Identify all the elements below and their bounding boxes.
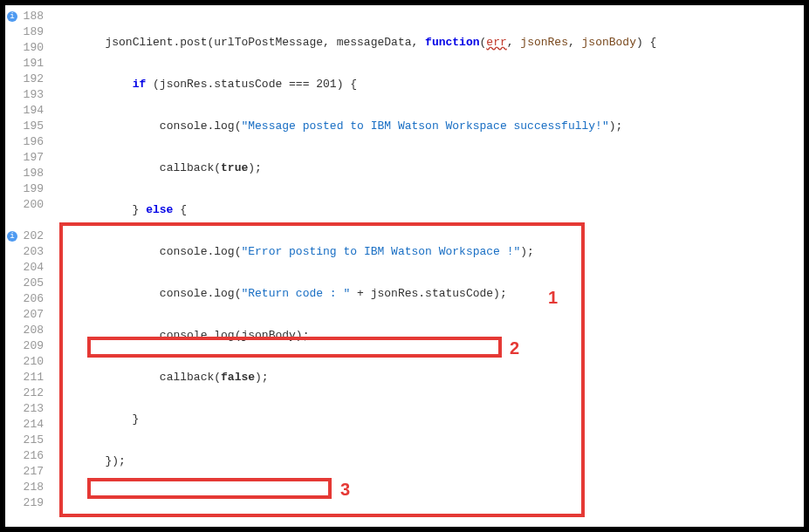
code-line: callback(false);: [51, 370, 804, 385]
code-line: }: [51, 412, 804, 427]
code-line: console.log("Message posted to IBM Watso…: [51, 119, 804, 134]
line-number: 192: [9, 72, 44, 87]
code-line: jsonClient.post(urlToPostMessage, messag…: [51, 35, 804, 51]
code-line: [51, 495, 804, 511]
code-area[interactable]: jsonClient.post(urlToPostMessage, messag…: [51, 5, 804, 527]
info-icon[interactable]: i: [7, 231, 17, 242]
info-icon[interactable]: i: [7, 11, 17, 22]
line-number: 196: [9, 134, 44, 150]
line-number: 190: [9, 40, 44, 56]
line-number: 213: [9, 401, 44, 417]
annotation-callout-3: 3: [340, 480, 350, 500]
line-number: [9, 213, 44, 228]
line-number: 193: [9, 87, 44, 103]
line-number: 206: [9, 291, 44, 307]
code-editor[interactable]: 188i189190191192193194195196197198199200…: [5, 5, 804, 527]
line-number: 209: [9, 338, 44, 354]
line-number: 202i: [9, 228, 44, 244]
line-number: 200: [9, 197, 44, 213]
line-number: 217: [9, 464, 44, 480]
code-line: callback(true);: [51, 160, 804, 176]
line-number: 216: [9, 448, 44, 464]
code-line: if (jsonRes.statusCode === 201) {: [51, 77, 804, 92]
line-number: 218: [9, 480, 44, 495]
line-number: 219: [9, 495, 44, 511]
code-line: });: [51, 454, 804, 469]
line-number: 195: [9, 119, 44, 134]
line-number: 204: [9, 260, 44, 276]
line-number: 208: [9, 323, 44, 338]
annotation-callout-2: 2: [510, 338, 519, 358]
code-line: } else {: [51, 202, 804, 218]
line-number-gutter: 188i189190191192193194195196197198199200…: [5, 5, 51, 527]
code-line: console.log("Return code : " + jsonRes.s…: [51, 286, 804, 302]
line-number: 191: [9, 56, 44, 72]
line-number: 215: [9, 433, 44, 448]
annotation-callout-1: 1: [548, 288, 558, 308]
line-number: 198: [9, 166, 44, 181]
line-number: 205: [9, 276, 44, 291]
line-number: 203: [9, 244, 44, 260]
line-number: 189: [9, 24, 44, 40]
line-number: 211: [9, 370, 44, 385]
line-number: 207: [9, 307, 44, 323]
line-number: 214: [9, 417, 44, 433]
line-number: 197: [9, 150, 44, 166]
code-line: console.log(jsonBody);: [51, 328, 804, 344]
line-number: 188i: [9, 9, 44, 24]
line-number: 212: [9, 385, 44, 401]
code-line: console.log("Error posting to IBM Watson…: [51, 244, 804, 260]
line-number: 199: [9, 181, 44, 197]
line-number: 194: [9, 103, 44, 119]
line-number: 210: [9, 354, 44, 370]
